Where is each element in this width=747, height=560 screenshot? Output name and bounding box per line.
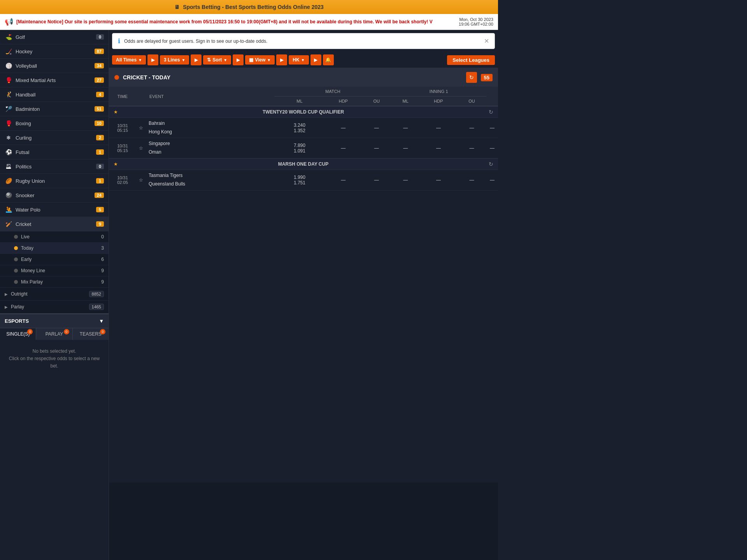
alert-text: Odds are delayed for guest users. Sign i… <box>124 38 480 44</box>
match-teams: Bahrain Hong Kong <box>146 118 274 138</box>
favorite-star[interactable]: ☆ <box>136 138 146 158</box>
bet-tab-teasers[interactable]: TEASERS 0 <box>73 328 109 340</box>
sport-label: Curling <box>16 135 93 141</box>
sub-item-today[interactable]: Today 3 <box>0 243 109 254</box>
event-header: EVENT <box>146 87 274 106</box>
sound-button[interactable]: 🔔 <box>323 54 334 65</box>
match-date: 10/31 <box>111 144 134 148</box>
sidebar-item-mma[interactable]: 🥊 Mixed Martial Arts 27 <box>0 73 109 88</box>
sidebar-item-hockey[interactable]: 🏒 Hockey 87 <box>0 44 109 59</box>
time-header: TIME <box>109 87 136 106</box>
lines-button[interactable]: 3 Lines ▼ <box>160 55 189 65</box>
sport-label: Badminton <box>16 106 91 112</box>
sub-label: Live <box>21 234 98 240</box>
bottom-area <box>109 483 498 560</box>
group-label: TWENTY20 WORLD CUP QUALIFIER <box>121 109 486 115</box>
hk-arrow-button[interactable]: ▶ <box>310 54 321 65</box>
sport-count: 0 <box>96 164 104 169</box>
sidebar-item-politics[interactable]: 🗳 Politics 0 <box>0 159 109 174</box>
favorite-star[interactable]: ☆ <box>136 170 146 190</box>
match-hdp-odds: — <box>324 170 362 190</box>
match-ml-odds[interactable]: 7.890 1.091 <box>274 138 324 158</box>
esports-header[interactable]: ESPORTS ▼ <box>0 313 109 328</box>
refresh-button[interactable]: ↻ <box>466 72 477 83</box>
refresh-icon[interactable]: ↻ <box>489 109 493 115</box>
sidebar-item-futsal[interactable]: ⚽ Futsal 1 <box>0 145 109 159</box>
sidebar-item-curling[interactable]: ❄ Curling 2 <box>0 131 109 145</box>
bet-tab-singles[interactable]: SINGLE(S) 0 <box>0 328 36 340</box>
outright-expandable[interactable]: ▶ Outright 8852 <box>0 288 109 301</box>
sport-count: 34 <box>95 63 104 68</box>
odds-table: TIME EVENT MATCH INNING 1 ML HDP OU ML H… <box>109 87 498 191</box>
match-date: 10/31 <box>111 175 134 180</box>
sport-label: Golf <box>16 34 93 40</box>
ml-header1: ML <box>274 96 324 106</box>
inning-ou-odds: — <box>457 118 486 138</box>
inning-ml-odds: — <box>391 118 420 138</box>
sidebar-item-cricket[interactable]: 🏏 Cricket 9 <box>0 217 109 231</box>
sport-label: Water Polo <box>16 207 93 213</box>
notice-date: Mon, Oct 30 2023 19:06 GMT+02:00 <box>459 17 493 26</box>
sidebar-item-volleyball[interactable]: 🏐 Volleyball 34 <box>0 59 109 73</box>
dropdown-arrow-icon: ▼ <box>138 58 142 62</box>
inning-ml-odds: — <box>391 138 420 158</box>
sub-item-early[interactable]: Early 6 <box>0 254 109 265</box>
outright-label: Outright <box>11 291 86 297</box>
sport-label: Cricket <box>16 221 93 227</box>
hdp-header1: HDP <box>324 96 362 106</box>
sidebar-item-badminton[interactable]: 🏸 Badminton 51 <box>0 102 109 116</box>
sport-count: 1 <box>96 149 104 155</box>
inning-hdp-odds: — <box>420 170 457 190</box>
more-odds[interactable]: — <box>486 170 498 190</box>
view-button[interactable]: ▦ View ▼ <box>245 55 275 65</box>
singles-badge: 0 <box>27 329 33 334</box>
expand-arrow-icon: ▶ <box>5 305 8 309</box>
all-times-arrow-button[interactable]: ▶ <box>147 54 158 65</box>
sidebar-item-golf[interactable]: ⛳ Golf 0 <box>0 30 109 44</box>
sub-item-live[interactable]: Live 0 <box>0 231 109 243</box>
sport-count: 1 <box>96 178 104 184</box>
parlay-expandable[interactable]: ▶ Parlay 1465 <box>0 301 109 313</box>
parlay-badge: 0 <box>64 329 69 334</box>
sidebar-item-handball[interactable]: 🤾 Handball 4 <box>0 88 109 102</box>
more-odds[interactable]: — <box>486 118 498 138</box>
sort-arrow-button[interactable]: ▶ <box>233 54 244 65</box>
sidebar-item-rugby[interactable]: 🏉 Rugby Union 1 <box>0 174 109 188</box>
star-icon: ★ <box>114 109 118 115</box>
more-odds[interactable]: — <box>486 138 498 158</box>
sport-count: 10 <box>95 121 104 126</box>
favorite-star[interactable]: ☆ <box>136 118 146 138</box>
sport-count: 87 <box>95 49 104 54</box>
politics-icon: 🗳 <box>5 163 12 170</box>
sub-item-mixparlay[interactable]: Mix Parlay 9 <box>0 276 109 288</box>
sidebar: ⛳ Golf 0 🏒 Hockey 87 🏐 Volleyball 34 🥊 M… <box>0 30 109 560</box>
inning-ou-odds: — <box>457 138 486 158</box>
lines-arrow-button[interactable]: ▶ <box>191 54 202 65</box>
select-leagues-button[interactable]: Select Leagues <box>447 55 495 65</box>
odds-table-container: TIME EVENT MATCH INNING 1 ML HDP OU ML H… <box>109 87 498 483</box>
sub-label: Money Line <box>21 268 98 273</box>
team2-name: Queensland Bulls <box>149 180 272 189</box>
all-times-button[interactable]: All Times ▼ <box>112 55 146 65</box>
close-icon[interactable]: ✕ <box>484 37 489 45</box>
view-arrow-button[interactable]: ▶ <box>276 54 287 65</box>
sport-count: 0 <box>96 34 104 40</box>
sidebar-item-snooker[interactable]: 🎱 Snooker 24 <box>0 188 109 203</box>
match-ou-odds: — <box>362 118 391 138</box>
hk-button[interactable]: HK ▼ <box>289 55 309 65</box>
mix-dot <box>14 280 18 284</box>
bet-tab-parlay[interactable]: PARLAY 0 <box>36 328 72 340</box>
sidebar-item-boxing[interactable]: 🥊 Boxing 10 <box>0 116 109 131</box>
teasers-badge: 0 <box>100 329 105 334</box>
sub-count: 9 <box>101 268 104 273</box>
match-ml-odds[interactable]: 3.240 1.352 <box>274 118 324 138</box>
match-ou-odds: — <box>362 170 391 190</box>
sub-item-moneyline[interactable]: Money Line 9 <box>0 265 109 276</box>
refresh-icon[interactable]: ↻ <box>489 161 493 167</box>
sidebar-item-waterpolo[interactable]: 🤽 Water Polo 5 <box>0 203 109 217</box>
match-teams: Tasmania Tigers Queensland Bulls <box>146 170 274 190</box>
ml-header2: ML <box>391 96 420 106</box>
sort-button[interactable]: ⇅ Sort ▼ <box>203 55 231 65</box>
match-ml-odds[interactable]: 1.990 1.751 <box>274 170 324 190</box>
dropdown-arrow-icon: ▼ <box>267 58 271 62</box>
